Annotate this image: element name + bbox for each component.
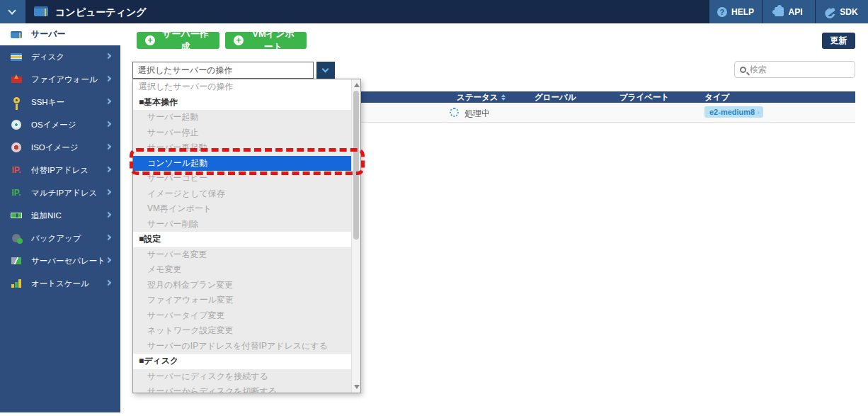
- sort-icon[interactable]: [501, 94, 506, 101]
- vm-import-label: VMインポート: [249, 28, 298, 53]
- dropdown-scrollbar[interactable]: [351, 79, 360, 393]
- scroll-up-icon[interactable]: [354, 83, 360, 87]
- autoscale-icon: [11, 279, 21, 288]
- create-server-button[interactable]: サーバー作成: [137, 32, 219, 49]
- dropdown-item: サーバー削除: [133, 217, 351, 232]
- topbar: コンピューティング HELP API SDK: [0, 0, 868, 23]
- dropdown-item: ネットワーク設定変更: [133, 323, 351, 339]
- server-icon: [11, 31, 22, 38]
- sidebar-item-backup[interactable]: バックアップ: [0, 227, 120, 249]
- search-input[interactable]: [750, 64, 850, 74]
- api-label: API: [788, 7, 802, 17]
- help-icon: [717, 7, 727, 17]
- search-icon: [740, 67, 746, 73]
- scrollbar-thumb[interactable]: [353, 91, 359, 240]
- refresh-button[interactable]: 更新: [822, 33, 855, 49]
- sidebar-item-label: サーバーセパレート: [31, 256, 105, 266]
- sdk-label: SDK: [840, 7, 857, 17]
- sidebar-list: ディスク ファイアウォール SSHキー OSイメージ ISOイメージ: [0, 45, 120, 295]
- page-title: コンピューティング: [55, 6, 147, 19]
- server-type-tag[interactable]: e2-medium8: [704, 106, 763, 118]
- ip-green-icon: [11, 188, 21, 198]
- plus-icon: [145, 35, 155, 45]
- dropdown-item: サーバー起動: [133, 110, 351, 125]
- chevron-right-icon: [105, 257, 111, 263]
- chevron-right-icon: [105, 53, 111, 59]
- chevron-right-icon: [105, 121, 111, 127]
- dropdown-item: サーバータイプ変更: [133, 308, 351, 324]
- status-text: 処理中: [464, 108, 490, 120]
- disk-icon: [11, 53, 22, 61]
- server-action-dropdown: 選択したサーバーの操作 ■基本操作 サーバー起動 サーバー停止 サーバー再起動 …: [132, 79, 361, 393]
- dropdown-item: ファイアウォール変更: [133, 293, 351, 308]
- server-separate-icon: [11, 257, 21, 264]
- vm-import-button[interactable]: VMインポート: [225, 32, 307, 49]
- chevron-down-icon: [322, 66, 329, 73]
- sidebar-item-label: 付替IPアドレス: [31, 165, 88, 176]
- sidebar-item-label: ディスク: [31, 52, 64, 62]
- sidebar-item-label: ファイアウォール: [31, 74, 98, 85]
- chevron-right-icon: [105, 76, 111, 81]
- sidebar-item-server-separate[interactable]: サーバーセパレート: [0, 249, 120, 272]
- key-icon: [13, 97, 20, 103]
- sidebar-item-label: バックアップ: [31, 233, 81, 244]
- scroll-down-icon[interactable]: [354, 385, 360, 389]
- sidebar-item-iso-image[interactable]: ISOイメージ: [0, 136, 120, 159]
- sidebar-item-label: SSHキー: [31, 97, 64, 108]
- chevron-right-icon: [105, 144, 111, 150]
- sidebar-item-label: マルチIPアドレス: [31, 188, 97, 198]
- server-icon: [34, 6, 48, 16]
- sidebar-item-os-image[interactable]: OSイメージ: [0, 113, 120, 136]
- search-box: [734, 61, 855, 78]
- loading-spinner-icon: [450, 108, 459, 117]
- column-header-global: グローバル: [535, 92, 576, 103]
- plus-icon: [234, 35, 244, 45]
- dropdown-item: 翌月の料金プラン変更: [133, 278, 351, 293]
- dropdown-section-header: ■設定: [133, 232, 351, 247]
- dropdown-item-console-start[interactable]: コンソール起動: [133, 156, 351, 172]
- dropdown-item: サーバー名変更: [133, 247, 351, 263]
- sidebar-item-label: OSイメージ: [31, 120, 76, 130]
- dropdown-item: イメージとして保存: [133, 186, 351, 202]
- dropdown-item: サーバーのIPアドレスを付替IPアドレスにする: [133, 339, 351, 354]
- wrench-icon: [826, 7, 835, 16]
- select-dropdown-button[interactable]: [316, 62, 335, 79]
- sidebar-item-add-nic[interactable]: 追加NIC: [0, 204, 120, 227]
- chevron-right-icon: [105, 212, 111, 218]
- sdk-button[interactable]: SDK: [815, 0, 868, 23]
- sidebar-item-multi-ip[interactable]: マルチIPアドレス: [0, 181, 120, 204]
- topbar-nav: HELP API SDK: [709, 0, 868, 23]
- chevron-right-icon: [105, 99, 111, 104]
- chevron-right-icon: [105, 189, 111, 195]
- sidebar-item-disk[interactable]: ディスク: [0, 45, 120, 68]
- sidebar-item-autoscale[interactable]: オートスケール: [0, 272, 120, 295]
- dropdown-section-header: ■基本操作: [133, 95, 351, 111]
- help-button[interactable]: HELP: [709, 0, 762, 23]
- chevron-right-icon: [105, 280, 111, 286]
- iso-disc-icon: [11, 142, 21, 152]
- server-action-select[interactable]: 選択したサーバーの操作: [132, 62, 314, 79]
- dropdown-item: サーバー再起動: [133, 140, 351, 156]
- help-label: HELP: [731, 7, 754, 17]
- column-header-private: プライベート: [619, 92, 669, 103]
- sidebar-item-server[interactable]: サーバー: [0, 23, 120, 45]
- column-header-type: タイプ: [704, 92, 729, 103]
- sidebar-item-ip-swap[interactable]: 付替IPアドレス: [0, 159, 120, 181]
- sidebar-item-label: オートスケール: [31, 279, 89, 289]
- dropdown-item: サーバーコピー: [133, 171, 351, 186]
- dropdown-item: サーバー停止: [133, 125, 351, 141]
- column-header-status[interactable]: ステータス: [457, 92, 506, 103]
- nic-icon: [11, 213, 22, 218]
- sidebar-item-sshkey[interactable]: SSHキー: [0, 91, 120, 113]
- dropdown-item: サーバーからディスクを切断する: [133, 384, 351, 393]
- puzzle-icon: [775, 7, 784, 16]
- sidebar: サーバー ディスク ファイアウォール SSHキー OSイメージ: [0, 23, 120, 412]
- sidebar-item-firewall[interactable]: ファイアウォール: [0, 68, 120, 91]
- os-disc-icon: [11, 120, 21, 130]
- dropdown-item[interactable]: 選択したサーバーの操作: [133, 79, 351, 95]
- chevron-right-icon: [105, 167, 111, 172]
- app-root: コンピューティング HELP API SDK サーバー ディスク: [0, 0, 868, 416]
- chevron-right-icon: [105, 235, 111, 240]
- api-button[interactable]: API: [762, 0, 815, 23]
- menu-collapse-button[interactable]: [0, 0, 25, 23]
